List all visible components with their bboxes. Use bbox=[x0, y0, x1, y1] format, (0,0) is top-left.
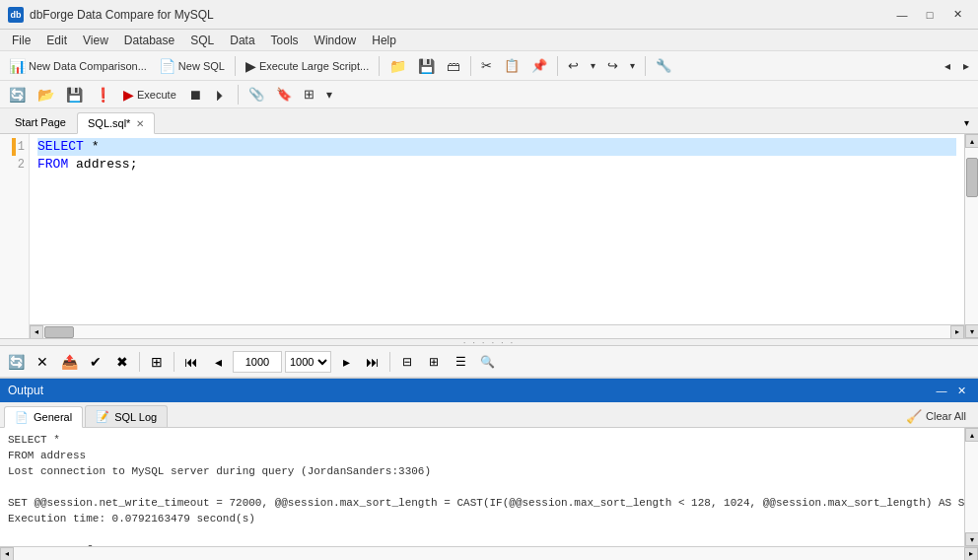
new-comparison-icon: 📊 bbox=[9, 58, 26, 74]
execute-large-script-button[interactable]: ▶ Execute Large Script... bbox=[241, 54, 374, 78]
clear-all-button[interactable]: 🧹 Clear All bbox=[898, 405, 974, 427]
output-hscroll[interactable]: ◂ ▸ bbox=[0, 546, 978, 560]
vscroll-thumb[interactable] bbox=[966, 158, 978, 197]
toolbar-options-1[interactable]: ◂ bbox=[940, 54, 955, 78]
tab-start-page[interactable]: Start Page bbox=[4, 111, 77, 133]
refresh-button[interactable]: 🔄 bbox=[4, 83, 31, 106]
snippet-button[interactable]: 📎 bbox=[244, 83, 269, 106]
page-size-input[interactable] bbox=[233, 351, 282, 373]
line-num-2: 2 bbox=[18, 156, 25, 174]
output-line-5: SET @@session.net_write_timeout = 72000,… bbox=[8, 495, 956, 511]
results-last-page-button[interactable]: ⏭ bbox=[361, 350, 384, 374]
output-general-label: General bbox=[34, 411, 72, 423]
execute-label: Execute bbox=[137, 89, 176, 101]
tab-close-icon[interactable]: ✕ bbox=[136, 118, 144, 129]
editor-hscroll[interactable]: ◂ ▸ bbox=[30, 324, 964, 338]
close-button[interactable]: ✕ bbox=[944, 5, 970, 25]
hscroll-track[interactable] bbox=[43, 325, 950, 339]
grid-view-button[interactable]: ⊞ bbox=[299, 83, 319, 106]
execute-button[interactable]: ▶ Execute bbox=[118, 83, 181, 106]
stop-button[interactable]: ⏹ bbox=[183, 83, 207, 106]
save-sql-button[interactable]: 💾 bbox=[61, 83, 88, 106]
execute-step-button[interactable]: ⏵ bbox=[209, 83, 233, 106]
open-button[interactable]: 📁 bbox=[384, 54, 411, 78]
out-hscroll-right[interactable]: ▸ bbox=[964, 547, 978, 561]
new-sql-button[interactable]: 📄 New SQL bbox=[154, 54, 230, 78]
hscroll-right-button[interactable]: ▸ bbox=[950, 325, 964, 339]
menu-help[interactable]: Help bbox=[364, 30, 404, 50]
editor-content[interactable]: SELECT * FROM address; bbox=[30, 134, 964, 324]
output-tab-sql-log[interactable]: 📝 SQL Log bbox=[85, 405, 168, 427]
redo-button[interactable]: ↪ bbox=[602, 54, 623, 78]
copy-button[interactable]: 📋 bbox=[499, 54, 524, 78]
undo-dropdown-button[interactable]: ▾ bbox=[586, 54, 600, 78]
results-search-button[interactable]: 🔍 bbox=[475, 350, 499, 374]
results-cancel-button[interactable]: ✖ bbox=[110, 350, 134, 374]
alert-button[interactable]: ❗ bbox=[90, 83, 116, 106]
menu-file[interactable]: File bbox=[4, 30, 38, 50]
redo-dropdown-button[interactable]: ▾ bbox=[625, 54, 640, 78]
output-tab-general[interactable]: 📄 General bbox=[4, 406, 83, 428]
tab-sql-file[interactable]: SQL.sql* ✕ bbox=[77, 112, 155, 134]
results-stop-button[interactable]: ✕ bbox=[31, 350, 54, 374]
results-refresh-button[interactable]: 🔄 bbox=[4, 350, 28, 374]
menu-database[interactable]: Database bbox=[116, 30, 182, 50]
results-table-view-button[interactable]: ⊟ bbox=[395, 350, 419, 374]
app-icon: db bbox=[8, 7, 24, 23]
horizontal-splitter[interactable]: · · · · · · bbox=[0, 338, 978, 346]
output-line-4 bbox=[8, 479, 956, 495]
output-header: Output — ✕ bbox=[0, 379, 978, 402]
cut-button[interactable]: ✂ bbox=[476, 54, 497, 78]
results-card-view-button[interactable]: ⊞ bbox=[422, 350, 446, 374]
maximize-button[interactable]: □ bbox=[917, 5, 943, 25]
output-controls: — ✕ bbox=[933, 383, 970, 398]
sql-file-label: SQL.sql* bbox=[88, 117, 130, 129]
code-line-2: FROM address; bbox=[37, 156, 956, 174]
editor-area: 1 2 SELECT * FROM address; ◂ ▸ ▴ bbox=[0, 134, 978, 338]
menu-tools[interactable]: Tools bbox=[263, 30, 307, 50]
results-next-page-button[interactable]: ▸ bbox=[334, 350, 358, 374]
editor-vscroll[interactable]: ▴ ▾ bbox=[964, 134, 978, 338]
bookmark-button[interactable]: 🔖 bbox=[271, 83, 297, 106]
vscroll-track[interactable] bbox=[965, 148, 978, 324]
results-first-page-button[interactable]: ⏮ bbox=[179, 350, 203, 374]
undo-button[interactable]: ↩ bbox=[563, 54, 584, 78]
page-size-dropdown[interactable]: 100 500 1000 5000 bbox=[285, 351, 331, 373]
menu-view[interactable]: View bbox=[75, 30, 116, 50]
vscroll-up-button[interactable]: ▴ bbox=[965, 134, 978, 148]
menu-edit[interactable]: Edit bbox=[38, 30, 75, 50]
output-vscroll-up[interactable]: ▴ bbox=[965, 428, 978, 442]
new-data-comparison-button[interactable]: 📊 New Data Comparison... bbox=[4, 54, 152, 78]
hscroll-thumb[interactable] bbox=[44, 326, 74, 338]
output-vscroll-down[interactable]: ▾ bbox=[965, 532, 978, 546]
toolbar-separator-4 bbox=[557, 56, 558, 76]
results-prev-page-button[interactable]: ◂ bbox=[206, 350, 230, 374]
output-vscroll[interactable]: ▴ ▾ bbox=[964, 428, 978, 546]
open-sql-button[interactable]: 📂 bbox=[33, 83, 59, 106]
toolbar-options-2[interactable]: ▸ bbox=[958, 54, 974, 78]
editor-main: 1 2 SELECT * FROM address; ◂ ▸ ▴ bbox=[0, 134, 978, 338]
menu-data[interactable]: Data bbox=[222, 30, 262, 50]
vscroll-down-button[interactable]: ▾ bbox=[965, 324, 978, 338]
output-line-3: Lost connection to MySQL server during q… bbox=[8, 463, 956, 479]
results-check-button[interactable]: ✔ bbox=[84, 350, 107, 374]
more-button[interactable]: ▾ bbox=[321, 83, 337, 106]
execute-large-icon: ▶ bbox=[245, 58, 256, 74]
output-close-button[interactable]: ✕ bbox=[952, 383, 970, 398]
save-button[interactable]: 💾 bbox=[413, 54, 440, 78]
menu-sql[interactable]: SQL bbox=[182, 30, 222, 50]
output-minimize-button[interactable]: — bbox=[933, 383, 950, 398]
paste-button[interactable]: 📌 bbox=[526, 54, 552, 78]
out-hscroll-track[interactable] bbox=[14, 547, 964, 561]
out-hscroll-left[interactable]: ◂ bbox=[0, 547, 14, 561]
clear-all-label: Clear All bbox=[926, 410, 966, 422]
results-form-view-button[interactable]: ☰ bbox=[449, 350, 472, 374]
save-all-button[interactable]: 🗃 bbox=[442, 54, 465, 78]
minimize-button[interactable]: — bbox=[889, 5, 915, 25]
hscroll-left-button[interactable]: ◂ bbox=[30, 325, 43, 339]
tools-button[interactable]: 🔧 bbox=[651, 54, 676, 78]
results-export-button[interactable]: 📤 bbox=[57, 350, 81, 374]
results-grid-button[interactable]: ⊞ bbox=[145, 350, 169, 374]
tab-dropdown-button[interactable]: ▾ bbox=[958, 111, 974, 133]
menu-window[interactable]: Window bbox=[307, 30, 365, 50]
